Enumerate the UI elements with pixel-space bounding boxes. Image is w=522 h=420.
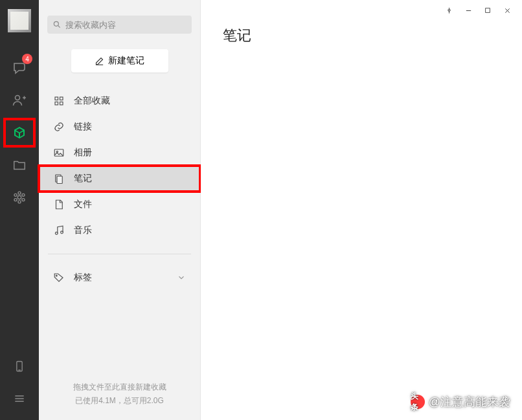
watermark-handle: @注意高能来袭	[429, 394, 510, 410]
search-input[interactable]	[65, 20, 187, 30]
category-label: 全部收藏	[74, 95, 110, 107]
svg-rect-28	[486, 8, 490, 13]
tags-label: 标签	[74, 272, 92, 283]
pin-icon	[446, 7, 453, 14]
svg-point-13	[54, 21, 58, 26]
titlebar	[201, 0, 522, 21]
svg-rect-18	[55, 102, 58, 105]
category-label: 音乐	[74, 225, 92, 236]
category-album[interactable]: 相册	[39, 140, 200, 166]
maximize-icon	[484, 7, 491, 14]
avatar[interactable]	[8, 9, 31, 32]
svg-point-3	[22, 193, 25, 196]
main-area: 笔记 头条 @注意高能来袭	[201, 0, 522, 420]
svg-point-21	[56, 151, 58, 152]
link-icon	[53, 121, 65, 133]
svg-point-26	[56, 275, 57, 276]
svg-point-6	[14, 199, 17, 201]
svg-point-1	[17, 195, 21, 199]
panel-footer: 拖拽文件至此直接新建收藏 已使用4.1M，总可用2.0G	[39, 369, 200, 420]
divider	[48, 254, 191, 254]
rail-contacts[interactable]	[5, 87, 34, 113]
pencil-icon	[95, 56, 104, 66]
search-box[interactable]	[47, 16, 192, 34]
pin-button[interactable]	[439, 2, 459, 19]
svg-point-25	[61, 231, 63, 234]
minimize-icon	[465, 7, 472, 14]
rail-favorites[interactable]	[5, 120, 34, 146]
svg-line-14	[58, 25, 60, 27]
note-icon	[53, 173, 65, 184]
footer-hint: 拖拽文件至此直接新建收藏	[44, 381, 195, 395]
category-file[interactable]: 文件	[39, 192, 200, 217]
tags-row[interactable]: 标签	[39, 265, 200, 291]
music-icon	[53, 225, 65, 236]
svg-point-4	[22, 199, 25, 201]
rail-menu[interactable]	[5, 386, 34, 412]
watermark-logo: 头条	[411, 395, 425, 409]
grid-icon	[53, 95, 65, 107]
svg-rect-19	[60, 102, 63, 105]
new-note-label: 新建笔记	[108, 55, 144, 67]
category-music[interactable]: 音乐	[39, 217, 200, 243]
category-list: 全部收藏 链接 相册 笔记 文件 音乐	[39, 88, 200, 243]
moments-icon	[12, 190, 27, 204]
chevron-down-icon	[177, 273, 186, 282]
category-label: 链接	[74, 121, 92, 133]
category-label: 相册	[74, 147, 92, 159]
page-title: 笔记	[201, 21, 522, 58]
watermark: 头条 @注意高能来袭	[411, 394, 510, 410]
svg-point-7	[14, 193, 17, 196]
svg-rect-23	[57, 176, 62, 183]
minimize-button[interactable]	[459, 2, 478, 19]
folder-icon	[12, 158, 27, 172]
close-button[interactable]	[497, 2, 517, 19]
category-label: 笔记	[74, 173, 92, 184]
contacts-icon	[12, 93, 27, 108]
svg-point-0	[16, 96, 20, 100]
sidebar-panel: 新建笔记 全部收藏 链接 相册 笔记 文件 音乐 标签	[39, 0, 201, 420]
rail-moments[interactable]	[5, 184, 34, 210]
file-icon	[53, 199, 65, 210]
maximize-button[interactable]	[478, 2, 497, 19]
category-note[interactable]: 笔记	[39, 166, 200, 192]
phone-icon	[13, 360, 26, 373]
category-label: 文件	[74, 199, 92, 210]
svg-point-24	[55, 232, 58, 235]
svg-rect-16	[55, 97, 58, 100]
svg-point-2	[18, 192, 21, 194]
category-link[interactable]: 链接	[39, 114, 200, 140]
rail-phone[interactable]	[5, 353, 34, 379]
category-all[interactable]: 全部收藏	[39, 88, 200, 114]
menu-icon	[13, 392, 26, 405]
image-icon	[53, 147, 65, 159]
rail-bottom	[5, 350, 34, 415]
rail-chat[interactable]: 4	[5, 55, 34, 81]
chat-badge: 4	[22, 54, 32, 64]
svg-point-5	[18, 201, 21, 203]
close-icon	[504, 7, 511, 14]
search-icon	[52, 20, 62, 29]
rail-files[interactable]	[5, 152, 34, 178]
favorites-cube-icon	[12, 125, 27, 140]
footer-usage: 已使用4.1M，总可用2.0G	[44, 394, 195, 408]
nav-rail: 4	[0, 0, 39, 420]
new-note-button[interactable]: 新建笔记	[71, 49, 168, 72]
svg-rect-17	[60, 97, 63, 100]
tag-icon	[53, 272, 65, 283]
